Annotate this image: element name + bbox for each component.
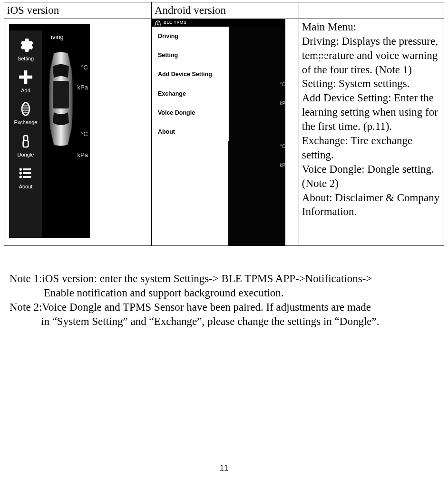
drawer-item-driving[interactable]: Driving [152, 27, 228, 46]
svg-rect-3 [24, 136, 28, 141]
desc-setting: Setting: System settings. [302, 77, 441, 91]
desc-voice: Voice Dongle: Dongle setting. (Note 2) [302, 162, 441, 191]
ios-sidebar: Setting Add [9, 30, 42, 238]
note2-label: Note 2: [10, 300, 42, 314]
sidebar-item-dongle[interactable]: Dongle [9, 129, 42, 161]
android-status-bar: BLE TPMS [152, 19, 285, 27]
sidebar-item-add[interactable]: Add [9, 65, 42, 97]
unit-temp: °C [81, 130, 88, 138]
svg-rect-6 [23, 169, 31, 170]
sidebar-item-label: Setting [18, 55, 34, 62]
sidebar-item-label: About [19, 183, 33, 190]
sidebar-item-setting[interactable]: Setting [9, 33, 42, 65]
gear-icon [17, 37, 34, 54]
header-ios: iOS version [4, 2, 152, 19]
driving-label: iving [51, 33, 64, 41]
desc-about: About: Disclaimer & Company Information. [302, 191, 441, 219]
drawer-item-about[interactable]: About [152, 122, 228, 141]
tpms-icon [154, 20, 162, 26]
layout-table: iOS version Android version Setting [4, 2, 444, 246]
tire-icon [17, 100, 34, 118]
desc-add: Add Device Setting: Enter the learning s… [302, 91, 441, 134]
unit-temp: °C [280, 81, 285, 88]
unit-press: kPa [78, 151, 88, 159]
ios-screenshot: Setting Add [9, 24, 90, 238]
drawer-item-voice[interactable]: Voice Dongle [152, 103, 228, 122]
dongle-icon [17, 133, 34, 150]
sidebar-item-label: Exchange [14, 119, 38, 126]
unit-press: kPa [78, 84, 88, 92]
unit-press: kP [280, 162, 285, 168]
android-status-title: BLE TPMS [164, 20, 186, 26]
drawer-item-exchange[interactable]: Exchange [152, 84, 228, 103]
svg-rect-11 [53, 81, 69, 108]
svg-rect-1 [19, 76, 32, 79]
unit-temp: °C [280, 143, 285, 149]
ios-main-area: iving [42, 30, 90, 238]
svg-rect-4 [23, 140, 29, 147]
unit-temp: °C [81, 64, 88, 72]
desc-title: Main Menu: [302, 20, 441, 34]
svg-rect-13 [316, 56, 327, 57]
sidebar-item-label: Add [21, 87, 30, 94]
desc-exchange: Exchange: Tire exchange setting. [302, 134, 441, 162]
car-graphic [44, 51, 78, 128]
sidebar-item-label: Dongle [18, 151, 34, 158]
svg-rect-14 [316, 59, 327, 60]
hamburger-icon[interactable] [316, 50, 327, 65]
svg-point-9 [19, 176, 21, 178]
note1-line2: Enable notification and support backgrou… [44, 286, 444, 300]
note2-line2: in “System Setting” and “Exchange”, plea… [41, 314, 444, 329]
svg-point-5 [19, 168, 21, 170]
drawer-item-add[interactable]: Add Device Setting [152, 65, 228, 84]
svg-rect-8 [23, 173, 31, 174]
drawer-item-setting[interactable]: Setting [152, 46, 228, 65]
header-android: Android version [151, 2, 299, 19]
note1-line1: iOS version: enter the system Settings->… [42, 272, 372, 286]
svg-rect-12 [316, 52, 327, 54]
svg-point-7 [19, 172, 21, 174]
android-drawer: Driving Setting Add Device Setting Excha… [152, 27, 229, 142]
page-number: 11 [0, 464, 448, 472]
android-screenshot: BLE TPMS Driving Setting Add Device Sett… [152, 19, 285, 245]
android-behind-drawer: °C kP °C kP [228, 27, 285, 245]
sidebar-item-about[interactable]: About [9, 161, 42, 193]
header-desc [299, 2, 444, 19]
note1-label: Note 1: [10, 272, 42, 286]
cell-ios-screenshot: Setting Add [4, 19, 152, 245]
cell-android-screenshot: BLE TPMS Driving Setting Add Device Sett… [151, 19, 299, 245]
sidebar-item-exchange[interactable]: Exchange [9, 97, 42, 129]
svg-rect-10 [23, 177, 31, 178]
notes-block: Note 1: iOS version: enter the system Se… [10, 272, 444, 329]
unit-press: kP [280, 100, 285, 107]
plus-icon [17, 69, 34, 86]
note2-line1: Voice Dongle and TPMS Sensor have been p… [42, 300, 371, 314]
ios-status-bar [9, 24, 90, 30]
list-icon [17, 165, 34, 182]
